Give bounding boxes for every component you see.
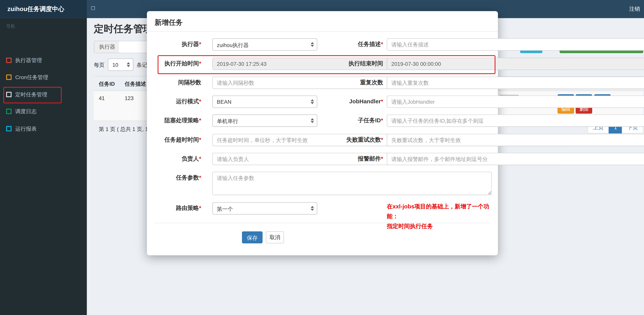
add-task-modal: 新增任务 执行器* zuihou执行器 任务描述* 执行开始时间* 执行结束时间… [147,11,498,255]
fail-retry-label: 失败重试次数* [320,136,383,144]
route-strategy-select-value: 第一个 [217,205,233,213]
sidebar-item-label: 执行器管理 [15,57,42,64]
job-handler-input[interactable] [387,96,644,108]
sidebar-item-label: Cron任务管理 [15,74,48,81]
interval-label: 间隔秒数 [152,79,201,87]
repeat-label: 重复次数 [320,79,383,87]
run-mode-label: 运行模式* [152,98,201,105]
form-row-5: 阻塞处理策略* 单机串行 子任务ID* [147,115,498,127]
select-arrows-icon [310,118,314,123]
route-strategy-select[interactable]: 第一个 [212,202,317,215]
sidebar-toggle-icon[interactable]: □ [91,5,95,11]
required-star: * [199,136,201,143]
route-strategy-label: 路由策略* [152,205,201,212]
square-icon [6,126,12,131]
job-param-textarea[interactable] [212,172,492,195]
square-icon [6,58,12,63]
task-desc-label: 任务描述* [320,41,383,48]
required-star: * [199,60,201,67]
modal-note-line1: 在xxl-jobs项目的基础上，新增了一个功能： [387,201,498,221]
block-strategy-label: 阻塞处理策略* [152,117,201,124]
col-task-desc: 任务描述 [125,80,146,88]
required-star: * [381,98,383,105]
per-page-select[interactable]: 10 [108,59,133,71]
modal-title: 新增任务 [155,18,183,27]
required-star: * [199,174,201,181]
form-row-1: 执行器* zuihou执行器 任务描述* [147,38,498,51]
col-task-id: 任务ID [99,80,115,88]
required-star: * [381,117,383,123]
select-arrows-icon [310,42,314,47]
executor-select[interactable]: zuihou执行器 [212,38,317,51]
end-time-label: 执行结束时间 [320,60,383,68]
sidebar-item-label: 运行报表 [15,125,37,132]
block-strategy-select-value: 单机串行 [217,118,238,125]
cancel-button[interactable]: 取消 [266,231,284,243]
form-row-2: 执行开始时间* 执行结束时间 [147,58,498,70]
job-param-label: 任务参数* [152,174,201,181]
form-row-7: 负责人* 报警邮件* [147,153,498,165]
sidebar-item-run-report[interactable]: 运行报表 [0,120,87,137]
pagination-summary: 第 1 页 ( 总共 1 页, 1 [99,126,148,133]
child-job-label: 子任务ID* [320,117,383,124]
executor-filter-label: 执行器 [94,41,120,53]
sidebar: 导航 执行器管理 Cron任务管理 定时任务管理 调度日志 运行报表 [0,18,87,315]
start-time-label: 执行开始时间* [152,60,201,68]
form-row-4: 运行模式* BEAN JobHandler* [147,96,498,108]
repeat-input[interactable] [387,77,644,89]
required-star: * [381,155,383,162]
sidebar-item-cron-task[interactable]: Cron任务管理 [0,69,87,86]
select-arrows-icon [310,206,314,211]
select-arrows-icon [310,99,314,104]
required-star: * [381,136,383,143]
child-job-input[interactable] [387,115,644,127]
required-star: * [381,41,383,47]
sidebar-item-schedule-log[interactable]: 调度日志 [0,103,87,120]
run-mode-select[interactable]: BEAN [212,96,317,108]
logout-link[interactable]: 注销 [629,6,640,13]
required-star: * [199,98,201,105]
run-mode-select-value: BEAN [217,99,231,105]
form-row-6: 任务超时时间* 失败重试次数* [147,134,498,146]
sidebar-item-label: 调度日志 [15,108,37,115]
job-handler-label: JobHandler* [320,98,383,105]
modal-note: 在xxl-jobs项目的基础上，新增了一个功能： 指定时间执行任务 [387,201,498,231]
task-desc-input[interactable] [387,38,644,51]
required-star: * [199,117,201,123]
cell-task-desc: 123 [125,95,134,101]
required-star: * [199,41,201,47]
owner-label: 负责人* [152,155,201,163]
save-button[interactable]: 保存 [242,231,262,243]
select-arrows-icon [127,62,130,67]
alarm-email-label: 报警邮件* [320,155,383,163]
alarm-email-input[interactable] [387,153,644,165]
timeout-label: 任务超时时间* [152,136,201,144]
sidebar-item-timed-task[interactable]: 定时任务管理 [0,86,87,103]
page-title: 定时任务管理 [94,22,153,36]
square-icon [6,109,12,114]
sidebar-item-label: 定时任务管理 [15,91,48,98]
required-star: * [199,155,201,162]
square-icon [6,75,12,80]
sidebar-item-executor-manage[interactable]: 执行器管理 [0,52,87,69]
sidebar-section-label: 导航 [6,23,15,29]
per-page-suffix: 条记 [136,61,147,69]
app-root: zuihou任务调度中心 □ 注销 导航 执行器管理 Cron任务管理 定时任务… [0,0,644,315]
per-page-select-value: 10 [112,62,118,68]
fail-retry-input[interactable] [387,134,644,146]
form-row-3: 间隔秒数 重复次数 [147,77,498,89]
brand-title: zuihou任务调度中心 [0,0,87,18]
executor-label: 执行器* [152,41,201,48]
modal-header: 新增任务 [147,11,498,32]
end-time-input[interactable] [387,58,644,70]
cell-task-id: 41 [99,95,105,101]
per-page-label: 每页 [94,61,104,69]
modal-footer-divider [155,223,490,223]
executor-select-value: zuihou执行器 [217,42,249,49]
square-icon [6,92,12,97]
required-star: * [199,205,201,211]
block-strategy-select[interactable]: 单机串行 [212,115,317,127]
